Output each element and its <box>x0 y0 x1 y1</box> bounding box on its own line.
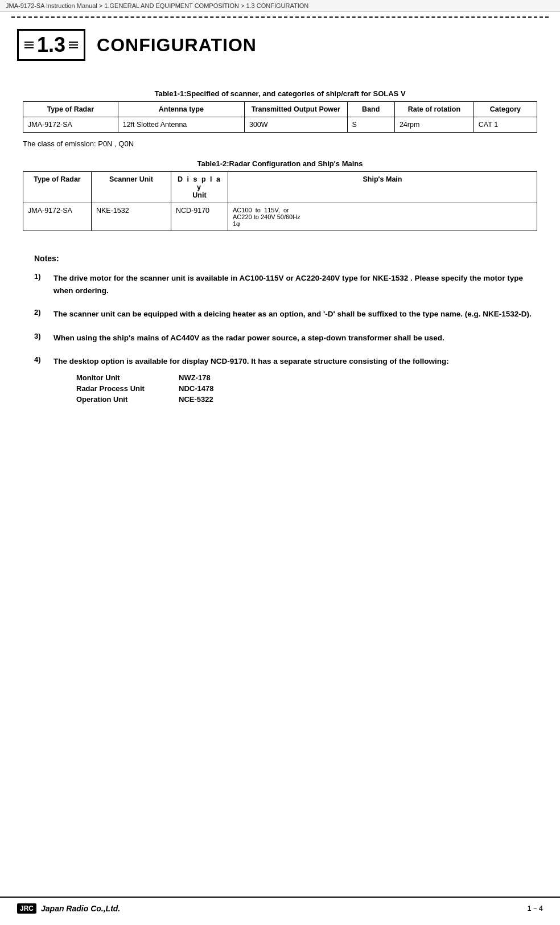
display-unit-label: D i s p l a y <box>178 175 221 191</box>
note-item-4: 4) The desktop option is available for d… <box>34 355 537 406</box>
section-header: 1.3 CONFIGURATION <box>0 18 560 67</box>
footer-company-name: Japan Radio Co.,Ltd. <box>41 904 120 913</box>
list-item: Radar Process Unit NDC-1478 <box>76 384 537 393</box>
note-text-1: The drive motor for the scanner unit is … <box>53 272 537 297</box>
desktop-option-label-1: Monitor Unit <box>76 373 162 382</box>
breadcrumb-text: JMA-9172-SA Instruction Manual > 1.GENER… <box>6 2 308 9</box>
notes-title: Notes: <box>34 254 537 263</box>
table2: Type of Radar Scanner Unit D i s p l a y… <box>23 171 537 231</box>
table2-col-scanner: Scanner Unit <box>92 172 171 203</box>
main-content: Table1-1:Specified of scanner, and categ… <box>0 67 560 440</box>
desktop-option-label-2: Radar Process Unit <box>76 384 162 393</box>
table2-col-type: Type of Radar <box>23 172 92 203</box>
table1-col-antenna: Antenna type <box>118 102 244 117</box>
table1-col-type: Type of Radar <box>23 102 118 117</box>
desktop-options-list: Monitor Unit NWZ-178 Radar Process Unit … <box>53 373 537 404</box>
footer-logo: JRC Japan Radio Co.,Ltd. <box>17 903 120 914</box>
jrc-badge: JRC <box>17 903 36 914</box>
section-lines-left <box>24 42 34 48</box>
table1-row1-rotation: 24rpm <box>394 117 473 133</box>
breadcrumb: JMA-9172-SA Instruction Manual > 1.GENER… <box>0 0 560 12</box>
desktop-option-label-3: Operation Unit <box>76 395 162 404</box>
note-item-1: 1) The drive motor for the scanner unit … <box>34 272 537 297</box>
section-number: 1.3 <box>37 33 65 57</box>
note-item-3: 3) When using the ship's mains of AC440V… <box>34 332 537 344</box>
section-lines-right <box>69 42 78 48</box>
note-item-2: 2) The scanner unit can be equipped with… <box>34 308 537 320</box>
table2-row1-display: NCD-9170 <box>171 203 228 231</box>
table1-row1-antenna: 12ft Slotted Antenna <box>118 117 244 133</box>
table2-row1-main: AC100 to 115V, orAC220 to 240V 50/60Hz1φ <box>228 203 537 231</box>
section-title: CONFIGURATION <box>97 35 257 56</box>
table2-row1-scanner: NKE-1532 <box>92 203 171 231</box>
table2-header-row: Type of Radar Scanner Unit D i s p l a y… <box>23 172 537 203</box>
section-number-box: 1.3 <box>17 29 85 61</box>
note-number-1: 1) <box>34 272 48 297</box>
desktop-option-value-2: NDC-1478 <box>179 384 213 393</box>
emission-text: The class of emission: P0N , Q0N <box>23 139 537 148</box>
table2-row1-type: JMA-9172-SA <box>23 203 92 231</box>
desktop-option-value-1: NWZ-178 <box>179 373 211 382</box>
table1-col-category: Category <box>473 102 537 117</box>
table1-col-band: Band <box>347 102 394 117</box>
table1-caption: Table1-1:Specified of scanner, and categ… <box>23 89 537 98</box>
table1-header-row: Type of Radar Antenna type Transmitted O… <box>23 102 537 117</box>
note-text-3: When using the ship's mains of AC440V as… <box>53 332 537 344</box>
table-row: JMA-9172-SA NKE-1532 NCD-9170 AC100 to 1… <box>23 203 537 231</box>
list-item: Operation Unit NCE-5322 <box>76 395 537 404</box>
note-text-2: The scanner unit can be equipped with a … <box>53 308 537 320</box>
footer: JRC Japan Radio Co.,Ltd. 1－4 <box>0 897 560 914</box>
table1-row1-band: S <box>347 117 394 133</box>
table1-row1-power: 300W <box>244 117 347 133</box>
list-item: Monitor Unit NWZ-178 <box>76 373 537 382</box>
table1-col-power: Transmitted Output Power <box>244 102 347 117</box>
table1: Type of Radar Antenna type Transmitted O… <box>23 101 537 133</box>
table2-col-main: Ship's Main <box>228 172 537 203</box>
table1-row1-type: JMA-9172-SA <box>23 117 118 133</box>
table2-col-display: D i s p l a yUnit <box>171 172 228 203</box>
note-number-3: 3) <box>34 332 48 344</box>
table-row: JMA-9172-SA 12ft Slotted Antenna 300W S … <box>23 117 537 133</box>
note-number-4: 4) <box>34 355 48 406</box>
desktop-option-value-3: NCE-5322 <box>179 395 213 404</box>
table1-row1-category: CAT 1 <box>473 117 537 133</box>
table1-col-rotation: Rate of rotation <box>394 102 473 117</box>
table2-caption: Table1-2:Radar Configuration and Ship's … <box>23 159 537 168</box>
note-number-2: 2) <box>34 308 48 320</box>
note-text-4: The desktop option is available for disp… <box>53 357 449 365</box>
notes-section: Notes: 1) The drive motor for the scanne… <box>23 254 537 406</box>
footer-page-number: 1－4 <box>528 903 543 914</box>
